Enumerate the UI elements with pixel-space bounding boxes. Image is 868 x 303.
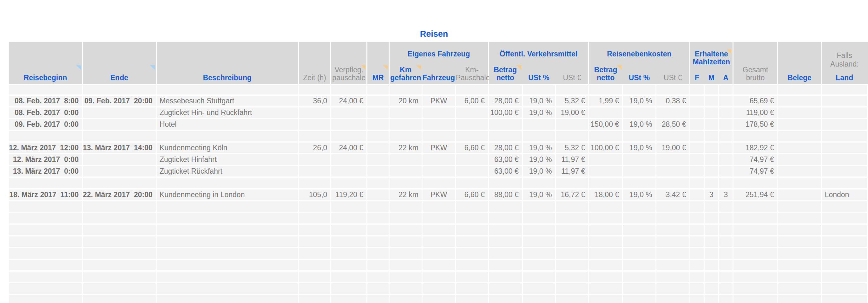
cell-m[interactable] [705, 96, 718, 106]
column-header-ust-prozent-oeffentl[interactable]: USt % [523, 65, 555, 84]
cell-reisebeginn[interactable] [9, 236, 82, 247]
cell-reisebeginn[interactable] [9, 272, 82, 282]
cell-land[interactable] [822, 272, 867, 282]
cell-ust-euro-oeffentl[interactable] [556, 225, 588, 235]
column-header-zeit-h[interactable]: Zeit (h) [299, 42, 331, 84]
cell-km-gefahren[interactable] [390, 166, 422, 176]
cell-land[interactable] [822, 166, 867, 176]
cell-km-pauschale[interactable]: 6,60 € [456, 190, 488, 200]
cell-mr[interactable] [367, 260, 389, 270]
cell-fahrzeug[interactable] [423, 178, 455, 188]
cell-beschreibung[interactable] [157, 201, 298, 212]
cell-gesamt-brutto[interactable] [734, 213, 777, 224]
cell-ende[interactable] [83, 107, 156, 118]
cell-a[interactable]: 3 [719, 190, 733, 200]
cell-gesamt-brutto[interactable]: 65,69 € [734, 96, 777, 106]
cell-reisebeginn[interactable]: 13. März 2017 0:00 [9, 166, 82, 176]
cell-ust-euro-nebenkosten[interactable] [656, 236, 689, 247]
cell-zeit-h[interactable]: 105,0 [299, 190, 331, 200]
cell-ust-euro-nebenkosten[interactable] [656, 178, 689, 188]
cell-ust-prozent-oeffentl[interactable] [523, 85, 555, 95]
cell-ust-euro-oeffentl[interactable]: 11,97 € [556, 166, 588, 176]
cell-a[interactable] [719, 178, 733, 188]
cell-zeit-h[interactable] [299, 119, 331, 130]
column-header-ust-prozent-nebenkosten[interactable]: USt % [623, 65, 655, 84]
cell-ende[interactable] [83, 248, 156, 259]
cell-belege[interactable] [778, 96, 821, 106]
cell-beschreibung[interactable]: Zugticket Hinfahrt [157, 154, 298, 165]
cell-belege[interactable] [778, 248, 821, 259]
cell-betrag-netto-oeffentl[interactable] [489, 260, 522, 270]
cell-beschreibung[interactable] [157, 295, 298, 303]
column-group-reisenebenkosten[interactable]: ReisenebenkostenBetrag nettoUSt %USt € [589, 42, 689, 84]
cell-belege[interactable] [778, 283, 821, 294]
cell-reisebeginn[interactable]: 12. März 2017 12:00 [9, 143, 82, 153]
cell-beschreibung[interactable] [157, 85, 298, 95]
cell-ust-prozent-nebenkosten[interactable] [623, 260, 655, 270]
cell-verpfleg-pauschale[interactable] [331, 283, 366, 294]
cell-land[interactable] [822, 225, 867, 235]
cell-betrag-netto-nebenkosten[interactable] [589, 131, 622, 141]
cell-gesamt-brutto[interactable] [734, 295, 777, 303]
cell-ende[interactable] [83, 178, 156, 188]
cell-land[interactable] [822, 213, 867, 224]
cell-f[interactable] [690, 166, 704, 176]
cell-mr[interactable] [367, 201, 389, 212]
column-header-betrag-netto-oeffentl[interactable]: Betrag netto [489, 65, 522, 84]
cell-betrag-netto-nebenkosten[interactable]: 18,00 € [589, 190, 622, 200]
cell-zeit-h[interactable] [299, 283, 331, 294]
cell-ust-euro-oeffentl[interactable] [556, 178, 588, 188]
cell-ust-euro-oeffentl[interactable] [556, 236, 588, 247]
cell-ust-prozent-oeffentl[interactable]: 19,0 % [523, 166, 555, 176]
cell-beschreibung[interactable] [157, 236, 298, 247]
cell-zeit-h[interactable] [299, 260, 331, 270]
cell-mr[interactable] [367, 295, 389, 303]
cell-verpfleg-pauschale[interactable] [331, 295, 366, 303]
cell-ende[interactable] [83, 213, 156, 224]
cell-km-gefahren[interactable]: 22 km [390, 143, 422, 153]
cell-zeit-h[interactable] [299, 107, 331, 118]
cell-land[interactable] [822, 96, 867, 106]
cell-land[interactable] [822, 283, 867, 294]
cell-km-gefahren[interactable]: 22 km [390, 190, 422, 200]
cell-f[interactable] [690, 190, 704, 200]
cell-gesamt-brutto[interactable]: 178,50 € [734, 119, 777, 130]
cell-mr[interactable] [367, 272, 389, 282]
cell-m[interactable] [705, 131, 718, 141]
cell-verpfleg-pauschale[interactable]: 119,20 € [331, 190, 366, 200]
cell-m[interactable]: 3 [705, 190, 718, 200]
cell-mr[interactable] [367, 131, 389, 141]
cell-zeit-h[interactable] [299, 272, 331, 282]
cell-betrag-netto-nebenkosten[interactable] [589, 178, 622, 188]
cell-ust-euro-oeffentl[interactable]: 5,32 € [556, 143, 588, 153]
cell-verpfleg-pauschale[interactable] [331, 225, 366, 235]
cell-land[interactable] [822, 85, 867, 95]
cell-km-gefahren[interactable] [390, 295, 422, 303]
cell-a[interactable] [719, 96, 733, 106]
cell-zeit-h[interactable] [299, 236, 331, 247]
cell-fahrzeug[interactable]: PKW [423, 143, 455, 153]
cell-gesamt-brutto[interactable]: 251,94 € [734, 190, 777, 200]
cell-ust-euro-nebenkosten[interactable]: 0,38 € [656, 96, 689, 106]
cell-ust-euro-oeffentl[interactable] [556, 213, 588, 224]
cell-betrag-netto-nebenkosten[interactable] [589, 236, 622, 247]
cell-betrag-netto-oeffentl[interactable] [489, 295, 522, 303]
cell-km-gefahren[interactable] [390, 119, 422, 130]
cell-betrag-netto-oeffentl[interactable]: 63,00 € [489, 166, 522, 176]
cell-fahrzeug[interactable] [423, 236, 455, 247]
cell-ende[interactable] [83, 272, 156, 282]
cell-beschreibung[interactable]: Zugticket Hin- und Rückfahrt [157, 107, 298, 118]
cell-betrag-netto-oeffentl[interactable]: 28,00 € [489, 96, 522, 106]
cell-km-gefahren[interactable]: 20 km [390, 96, 422, 106]
cell-ust-euro-nebenkosten[interactable]: 3,42 € [656, 190, 689, 200]
cell-a[interactable] [719, 201, 733, 212]
cell-ust-euro-nebenkosten[interactable] [656, 85, 689, 95]
cell-reisebeginn[interactable]: 08. Feb. 2017 8:00 [9, 96, 82, 106]
cell-zeit-h[interactable]: 36,0 [299, 96, 331, 106]
cell-ende[interactable] [83, 260, 156, 270]
cell-m[interactable] [705, 236, 718, 247]
cell-km-pauschale[interactable]: 6,00 € [456, 96, 488, 106]
cell-ust-euro-nebenkosten[interactable] [656, 154, 689, 165]
cell-gesamt-brutto[interactable]: 182,92 € [734, 143, 777, 153]
cell-betrag-netto-oeffentl[interactable] [489, 283, 522, 294]
